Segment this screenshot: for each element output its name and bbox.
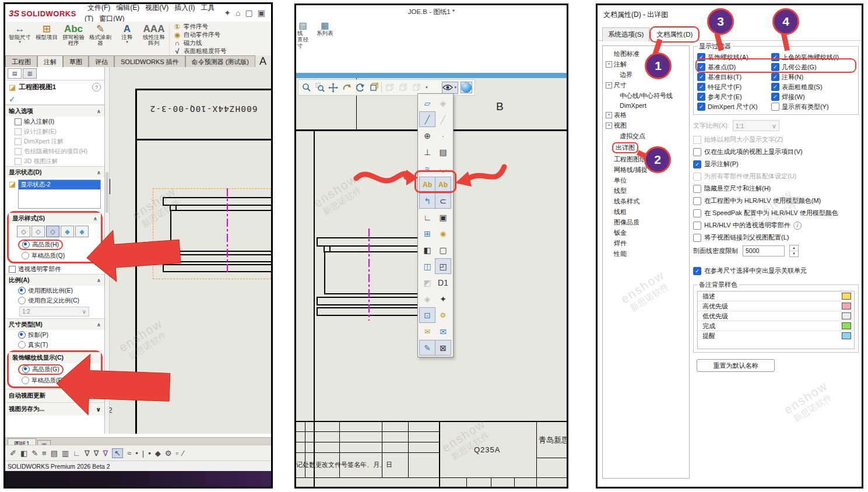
command-tab[interactable]: SOLIDWORKS 插件	[114, 55, 185, 67]
tree-item[interactable]: + 焊件	[603, 238, 689, 248]
tree-item[interactable]: + 尺寸	[603, 80, 689, 90]
surface-finish-button[interactable]: √ 表面粗糙度符号	[171, 47, 229, 55]
pm-checkbox[interactable]: 包括隐藏特征的项目(H)	[5, 146, 104, 156]
hidden-lines-visible-icon[interactable]: ◇	[31, 226, 45, 237]
note-color-row[interactable]: 完成	[698, 321, 854, 331]
hide-show-items-button[interactable]: ▾	[442, 82, 459, 94]
hatch-density-input[interactable]: 5000	[743, 245, 785, 256]
menu-item[interactable]: 文件(F)	[85, 2, 113, 13]
expand-plus-icon[interactable]: +	[606, 61, 612, 68]
new-document-icon[interactable]: ▢	[243, 8, 255, 17]
view-notes-area-icon[interactable]: ⊠	[435, 340, 451, 356]
color-swatch[interactable]	[842, 332, 851, 339]
view-envelope-load-icon[interactable]: ✉	[435, 324, 451, 339]
pin-icon[interactable]: ✦	[222, 8, 233, 17]
option-checkbox[interactable]: ✓ 隐藏悬空尺寸和注解(H) i	[693, 182, 859, 195]
filter-edges-icon[interactable]: |	[142, 449, 144, 458]
color-swatch[interactable]	[842, 322, 851, 329]
note-color-row[interactable]: 描述	[698, 291, 854, 301]
zoom-area-icon[interactable]	[314, 82, 325, 93]
filter-checkbox[interactable]: ✓ 上色的装饰螺纹线(I)	[771, 52, 855, 62]
section-dimension-type[interactable]: 尺寸类型(M)∧	[5, 318, 104, 330]
hide-show-edges-icon[interactable]: ▥	[62, 449, 69, 458]
view-cameras-icon[interactable]: ◧	[419, 242, 435, 258]
option-checkbox[interactable]: ✓ 仅在生成此项的视图上显示项目(V) i	[693, 146, 859, 158]
filter-checkbox[interactable]: ✓ 表面粗糙度(S)	[771, 82, 855, 92]
filter-funnel-active-icon[interactable]: ∇	[103, 449, 108, 458]
option-checkbox[interactable]: ✓ 始终以相同大小显示文字(Z) i	[693, 133, 859, 146]
view-origins-icon[interactable]: ⊕	[419, 128, 435, 143]
lasso-select-icon[interactable]: ≈	[127, 449, 131, 458]
view-orientation-cube2-icon[interactable]	[398, 82, 409, 93]
view-center-of-mass-icon[interactable]: ✦	[435, 291, 451, 307]
section-display-style[interactable]: 显示样式(S)∧	[9, 213, 101, 224]
hidden-lines-removed-icon[interactable]: ◇	[46, 226, 59, 237]
view-temporary-axes-icon[interactable]: ╱	[419, 111, 435, 127]
display-state-selected[interactable]: 显示状态-2	[19, 180, 100, 189]
open-document-icon[interactable]: ▣	[255, 8, 268, 17]
line-style-icon[interactable]: ▤	[51, 449, 58, 458]
drawing-graphics-area[interactable]: ▾ ▾ B ▱◈╱╱⊕∙⊥▤≈◡AbAb↰⊂∟▣⊞◉◧▢◫◰◩D1◈✦⊡⚙✉✉✎…	[296, 78, 567, 487]
rotate-view-icon[interactable]	[354, 82, 366, 93]
filter-checkbox[interactable]: ✓ 显示所有类型(Y)	[771, 102, 855, 111]
color-swatch[interactable]	[842, 312, 851, 319]
filter-checkbox[interactable]: ✓ DimXpert 尺寸(X)	[697, 102, 771, 111]
note-color-row[interactable]: 提醒	[698, 331, 854, 340]
color-swatch[interactable]	[842, 303, 851, 310]
filter-faces-icon[interactable]: ▪	[148, 449, 151, 458]
display-state-list[interactable]: 显示状态-2	[18, 180, 101, 209]
option-checkbox[interactable]: ✓ 显示注解(P) i	[693, 158, 859, 170]
chevron-down-icon[interactable]: ▾	[424, 85, 429, 90]
pm-radio[interactable]: 使用自定义比例(C)	[5, 296, 104, 305]
option-checkbox[interactable]: ✓ 为所有零部件使用装配体设定(U) i	[693, 170, 859, 182]
layer-icon[interactable]: ✐	[10, 449, 16, 458]
format-painter-button[interactable]: ✎ 格式涂刷器	[87, 23, 114, 57]
diameter-dimension-button[interactable]: ▤ 线直径寸	[297, 20, 308, 75]
select-cursor-icon[interactable]: ↖	[112, 448, 123, 458]
command-tab[interactable]: 评估	[89, 55, 114, 67]
filter-solid-icon[interactable]: ⚙	[165, 449, 172, 458]
pm-radio[interactable]: 投影(P)	[5, 330, 104, 340]
view-decals-icon[interactable]: ◈	[419, 291, 435, 307]
view-sketches-icon[interactable]: ◈	[435, 95, 451, 111]
view-orientation-cube-icon[interactable]	[384, 82, 395, 93]
line-format-icon[interactable]: ◧	[20, 449, 27, 458]
text-scale-combobox[interactable]: 1:1∨	[733, 120, 779, 131]
line-color-icon[interactable]: ✎	[31, 449, 38, 458]
note-button[interactable]: A 注释 ▾	[114, 23, 140, 57]
tree-item[interactable]: + 中心线/中心符号线	[603, 90, 689, 101]
menu-item[interactable]: 视图(V)	[142, 2, 171, 13]
smart-dimension-button[interactable]: ↔ 智能尺寸 ▾	[6, 23, 33, 57]
filter-checkbox[interactable]: ✓ 焊接(W)	[771, 92, 855, 101]
expand-plus-icon[interactable]: +	[606, 122, 612, 129]
command-tab[interactable]: 工程图	[5, 55, 37, 67]
view-annotation-views-icon[interactable]: ▤	[435, 144, 451, 160]
ok-button[interactable]: ✓	[9, 94, 16, 104]
pm-checkbox[interactable]: 3D 视图注解	[5, 156, 104, 166]
spinner-control[interactable]: ▲▼	[789, 245, 799, 257]
pm-radio[interactable]: 真实(T)	[5, 340, 104, 350]
tree-item[interactable]: + 线粗	[603, 206, 689, 217]
view-dimension-names-icon[interactable]: D1	[435, 275, 451, 290]
filter-axis-icon[interactable]: ▫	[175, 449, 178, 458]
command-tab[interactable]: 命令预测器 (测试版)	[185, 55, 255, 67]
view-points-icon[interactable]: ∙	[435, 128, 451, 143]
filter-checkbox[interactable]: ✓ 特征尺寸(F)	[697, 82, 771, 92]
option-checkbox[interactable]: ✓ 在工程图中为 HLR/HLV 使用模型颜色(M) i	[693, 195, 859, 207]
help-icon[interactable]: ?	[92, 83, 101, 92]
section-display-state[interactable]: 显示状态(D)∧	[5, 166, 104, 178]
filter-checkbox[interactable]: ✓ 基准点(D)	[697, 62, 771, 72]
filter-surface-icon[interactable]: ◆	[155, 449, 161, 458]
line-thickness-icon[interactable]: ≡	[42, 449, 47, 458]
menu-item[interactable]: 插入(I)	[171, 2, 198, 13]
tree-item[interactable]: + 性能	[603, 248, 689, 259]
wireframe-icon[interactable]: ◇	[17, 226, 30, 237]
dialog-tab[interactable]: 系统选项(S)	[602, 27, 649, 41]
view-stamp-icon[interactable]: ✎	[419, 340, 435, 356]
tree-item[interactable]: + DimXpert	[603, 101, 689, 110]
pm-checkbox[interactable]: DimXpert 注解	[5, 136, 104, 146]
view-coordinate-systems-icon[interactable]: ⊥	[419, 144, 435, 160]
pm-checkbox[interactable]: 输入注解(I)	[5, 117, 104, 126]
tree-item[interactable]: + 虚拟交点	[603, 131, 689, 141]
view-cartoon-icon[interactable]: ▢	[435, 242, 451, 258]
